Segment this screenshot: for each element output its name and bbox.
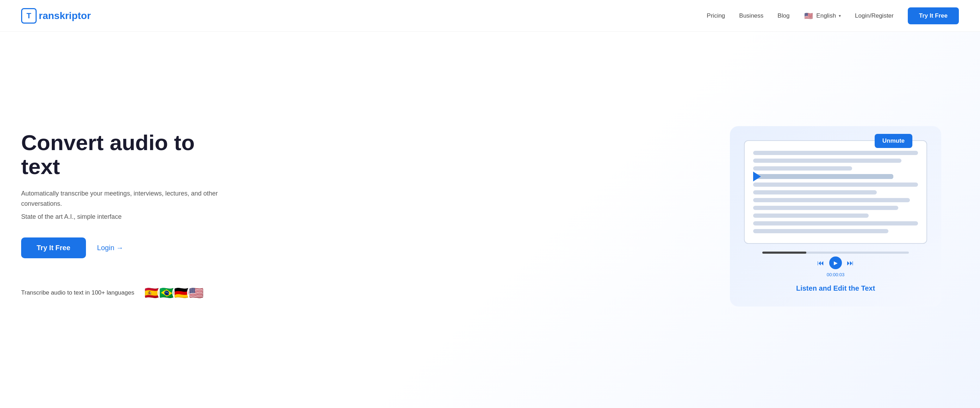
nav-pricing[interactable]: Pricing bbox=[706, 12, 725, 19]
hero-description: Automatically transcribe your meetings, … bbox=[21, 188, 240, 209]
progress-track bbox=[762, 252, 909, 254]
logo-letter: T bbox=[26, 11, 31, 21]
fast-forward-button[interactable]: ⏭ bbox=[847, 259, 854, 267]
illustration-bg: Unmute bbox=[730, 126, 941, 306]
languages-label: Transcribe audio to text in 100+ languag… bbox=[21, 289, 134, 296]
navbar: T ranskriptor Pricing Business Blog 🇺🇸 E… bbox=[0, 0, 980, 32]
timestamp: 00:00:03 bbox=[827, 272, 845, 277]
hero-login-link[interactable]: Login → bbox=[97, 244, 124, 252]
hero-try-free-button[interactable]: Try It Free bbox=[21, 237, 86, 258]
play-button[interactable]: ▶ bbox=[829, 257, 842, 269]
text-line-2 bbox=[753, 159, 902, 163]
us-flag-icon: 🇺🇸 bbox=[803, 11, 813, 21]
hero-right: Unmute bbox=[712, 126, 959, 306]
text-lines bbox=[753, 151, 918, 233]
nav-links: Pricing Business Blog 🇺🇸 English ▾ Login… bbox=[706, 7, 959, 24]
progress-fill bbox=[762, 252, 807, 254]
language-selector[interactable]: 🇺🇸 English ▾ bbox=[803, 11, 841, 21]
languages-row: Transcribe audio to text in 100+ languag… bbox=[21, 284, 240, 302]
listen-edit-label: Listen and Edit the Text bbox=[744, 284, 927, 292]
text-line-9 bbox=[753, 214, 869, 218]
chevron-down-icon: ▾ bbox=[839, 13, 841, 18]
text-line-5 bbox=[753, 183, 918, 187]
logo-icon: T bbox=[21, 8, 37, 24]
nav-blog[interactable]: Blog bbox=[778, 12, 789, 19]
text-line-10 bbox=[753, 221, 918, 225]
flag-english: 🇺🇸 bbox=[187, 284, 205, 302]
flags-stack: 🇪🇸 🇧🇷 🇩🇪 🇺🇸 bbox=[143, 284, 205, 302]
text-line-11 bbox=[753, 229, 888, 233]
hero-buttons: Try It Free Login → bbox=[21, 237, 240, 258]
logo[interactable]: T ranskriptor bbox=[21, 8, 91, 24]
language-label: English bbox=[816, 12, 836, 19]
nav-try-free-button[interactable]: Try It Free bbox=[908, 7, 959, 24]
hero-left: Convert audio to text Automatically tran… bbox=[21, 131, 240, 302]
text-line-3 bbox=[753, 166, 852, 171]
text-line-8 bbox=[753, 206, 898, 210]
text-line-1 bbox=[753, 151, 918, 155]
player-bar: ⏮ ▶ ⏭ 00:00:03 bbox=[744, 252, 927, 277]
text-line-6 bbox=[753, 190, 877, 194]
hero-title: Convert audio to text bbox=[21, 131, 240, 178]
login-register-link[interactable]: Login/Register bbox=[855, 12, 894, 19]
nav-business[interactable]: Business bbox=[739, 12, 764, 19]
hero-section: Convert audio to text Automatically tran… bbox=[0, 32, 980, 408]
doc-card: Unmute bbox=[744, 140, 927, 244]
hero-subtitle: State of the art A.I., simple interface bbox=[21, 213, 240, 221]
text-line-highlighted bbox=[753, 174, 893, 179]
player-controls: ⏮ ▶ ⏭ bbox=[817, 257, 854, 269]
text-line-7 bbox=[753, 198, 910, 202]
unmute-badge[interactable]: Unmute bbox=[875, 134, 912, 148]
logo-text: ranskriptor bbox=[39, 10, 91, 21]
rewind-button[interactable]: ⏮ bbox=[817, 259, 824, 267]
